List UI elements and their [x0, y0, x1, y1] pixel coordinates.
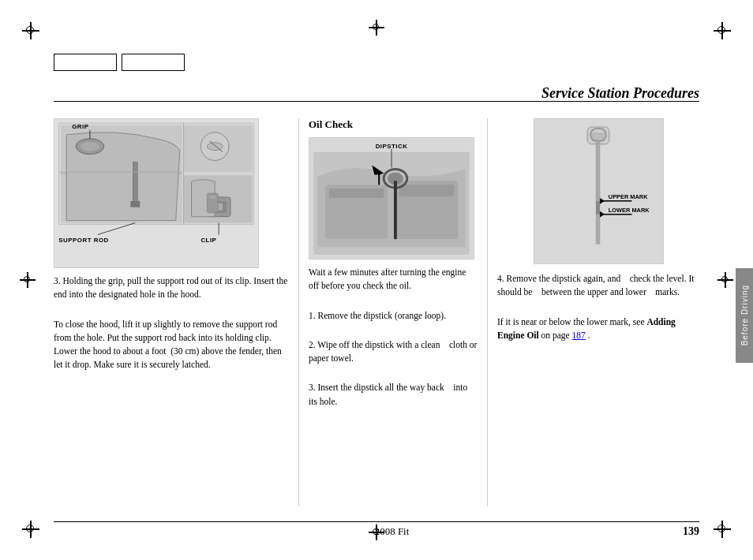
side-tab: Before Driving: [736, 268, 753, 363]
oil-intro: Wait a few minutes after turning the eng…: [309, 266, 478, 293]
col-mid: Oil Check: [298, 118, 488, 506]
svg-text:DIPSTICK: DIPSTICK: [376, 143, 408, 150]
reg-mark-bl: [22, 521, 39, 538]
svg-text:CLIP: CLIP: [200, 237, 216, 244]
oil-step2: 2. Wipe off the dipstick with a clean cl…: [309, 338, 478, 366]
svg-rect-50: [596, 201, 600, 215]
svg-rect-8: [133, 162, 137, 204]
main-content: GRIP SUPPORT ROD CLIP: [54, 110, 699, 506]
note-end: .: [586, 330, 590, 340]
page: Service Station Procedures Before Drivin…: [0, 0, 753, 560]
oil-check-title: Oil Check: [309, 118, 478, 131]
footer: 2008 Fit 139: [54, 521, 699, 538]
svg-text:SUPPORT ROD: SUPPORT ROD: [58, 237, 108, 244]
header-divider: [54, 101, 699, 102]
hood-diagram: GRIP SUPPORT ROD CLIP: [54, 118, 259, 268]
reg-mark-tr: [714, 22, 731, 39]
step3-text: 3. Holding the grip, pull the support ro…: [54, 274, 289, 302]
nav-btn-2[interactable]: [122, 54, 185, 71]
gauge-svg: UPPER MARK LOWER MARK: [534, 119, 663, 263]
reg-mark-tl: [22, 22, 39, 39]
oil-step3: 3. Insert the dipstick all the way back …: [309, 381, 478, 409]
svg-rect-32: [399, 185, 454, 196]
svg-text:GRIP: GRIP: [72, 123, 88, 130]
svg-point-7: [81, 142, 99, 151]
note-page-prefix: on page: [539, 330, 572, 340]
dipstick-svg: DIPSTICK: [309, 138, 474, 259]
dipstick-diagram: DIPSTICK: [309, 137, 474, 259]
reg-mark-br: [714, 521, 731, 538]
svg-rect-43: [596, 143, 600, 244]
hood-svg: GRIP SUPPORT ROD CLIP: [54, 119, 258, 267]
svg-rect-35: [394, 181, 397, 239]
svg-rect-25: [209, 196, 215, 199]
svg-rect-30: [329, 189, 384, 198]
left-col-text: 3. Holding the grip, pull the support ro…: [54, 274, 289, 372]
svg-rect-31: [333, 200, 380, 207]
gauge-diagram: UPPER MARK LOWER MARK: [534, 118, 664, 264]
step4-text: 4. Remove the dipstick again, and check …: [497, 272, 699, 300]
top-nav: [54, 54, 185, 71]
right-col-text: 4. Remove the dipstick again, and check …: [497, 272, 699, 342]
footer-model: 2008 Fit: [101, 525, 683, 538]
svg-text:LOWER MARK: LOWER MARK: [608, 207, 649, 214]
oil-step1: 1. Remove the dipstick (orange loop).: [309, 309, 478, 323]
page-title: Service Station Procedures: [541, 85, 699, 102]
columns: GRIP SUPPORT ROD CLIP: [54, 118, 699, 506]
oil-check-text: Wait a few minutes after turning the eng…: [309, 266, 478, 409]
col-left: GRIP SUPPORT ROD CLIP: [54, 118, 298, 506]
crosshair-top: [369, 20, 384, 35]
nav-btn-1[interactable]: [54, 54, 117, 71]
crosshair-left: [20, 272, 36, 288]
note-text: If it is near or below the lower mark, s…: [497, 315, 699, 343]
footer-page-number: 139: [683, 525, 699, 538]
svg-rect-9: [130, 201, 140, 207]
close-hood-text: To close the hood, lift it up slightly t…: [54, 318, 289, 372]
svg-text:UPPER MARK: UPPER MARK: [608, 193, 647, 200]
svg-point-22: [207, 143, 223, 151]
crosshair-right: [717, 272, 733, 288]
col-right: UPPER MARK LOWER MARK 4. Remove the dips…: [488, 118, 699, 506]
side-tab-label: Before Driving: [740, 285, 749, 345]
note-link[interactable]: 187: [572, 330, 586, 340]
